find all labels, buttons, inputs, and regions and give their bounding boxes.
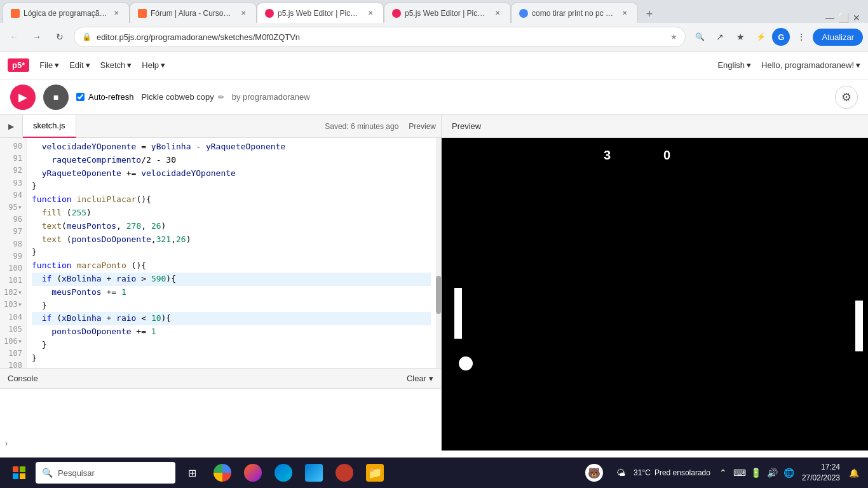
update-button[interactable]: Atualizar xyxy=(813,29,863,46)
tab-favicon-4 xyxy=(392,9,401,18)
share-button[interactable]: ↗ xyxy=(711,28,729,46)
profile-button[interactable]: G xyxy=(772,28,790,46)
taskbar-clock[interactable]: 17:24 27/02/2023 xyxy=(802,462,840,484)
tab-close-5[interactable]: ✕ xyxy=(620,8,630,18)
pong-paddle-right xyxy=(855,301,863,351)
toolbar: ▶ ■ Auto-refresh Pickle cobweb copy ✏ by… xyxy=(0,79,868,115)
tab-close-1[interactable]: ✕ xyxy=(111,8,121,18)
edge-icon xyxy=(275,464,292,482)
pong-paddle-left xyxy=(454,288,462,339)
clock-time: 17:24 xyxy=(802,462,840,473)
browser-actions: 🔍 ↗ ★ ⚡ G ⋮ Atualizar xyxy=(691,28,863,46)
taskbar-task-view[interactable]: ⊞ xyxy=(178,459,206,487)
url-bar[interactable]: 🔒 editor.p5js.org/programadoranew/sketch… xyxy=(74,27,686,47)
chrome-icon xyxy=(214,464,231,482)
code-line-105: } xyxy=(32,299,431,313)
taskbar-pet-icon[interactable]: 🐻 xyxy=(580,459,608,487)
tab-favicon-3 xyxy=(265,9,274,18)
taskbar-chrome[interactable] xyxy=(208,459,236,487)
user-greeting: Hello, programadoranew! xyxy=(761,60,854,70)
preview-panel: Preview 3 0 xyxy=(442,115,868,451)
sketch-edit-icon[interactable]: ✏ xyxy=(218,93,224,102)
close-window-button[interactable]: ✕ xyxy=(853,13,860,23)
tray-expand-icon[interactable]: ⌃ xyxy=(715,465,731,480)
stop-button[interactable]: ■ xyxy=(43,85,69,110)
code-editor[interactable]: 90 91 92 93 94 95▾ 96 97 98 99 100 101 1… xyxy=(0,138,441,368)
reload-button[interactable]: ↻ xyxy=(51,28,69,46)
tab-close-2[interactable]: ✕ xyxy=(238,8,248,18)
firefox-icon xyxy=(244,464,262,482)
collapse-button[interactable]: ▶ xyxy=(0,115,23,138)
url-text: editor.p5js.org/programadoranew/sketches… xyxy=(97,32,665,42)
browser-tab-5[interactable]: como tirar print no pc - Pesq... ✕ xyxy=(511,3,638,23)
taskbar-search-box[interactable]: 🔍 Pesquisar xyxy=(36,462,175,484)
tab-favicon-5 xyxy=(519,9,528,18)
file-menu[interactable]: File ▾ xyxy=(39,60,59,70)
taskbar-files[interactable]: 📁 xyxy=(361,459,389,487)
browser-tab-4[interactable]: p5.js Web Editor | Pickle cob... ✕ xyxy=(384,3,511,23)
play-button[interactable]: ▶ xyxy=(10,85,36,110)
svg-rect-3 xyxy=(20,473,25,479)
auto-refresh-checkbox[interactable] xyxy=(76,93,85,101)
tab-close-4[interactable]: ✕ xyxy=(492,8,503,18)
new-tab-button[interactable]: + xyxy=(641,5,658,23)
tab-label-4: p5.js Web Editor | Pickle cob... xyxy=(405,9,489,18)
taskbar-vpn[interactable] xyxy=(330,459,358,487)
taskbar-firefox[interactable] xyxy=(239,459,267,487)
console-clear-button[interactable]: Clear ▾ xyxy=(407,374,433,383)
sketch-menu[interactable]: Sketch ▾ xyxy=(100,60,132,70)
scroll-thumb[interactable] xyxy=(436,276,441,314)
forward-button[interactable]: → xyxy=(28,28,46,46)
main-area: ▶ sketch.js Saved: 6 minutes ago Preview… xyxy=(0,115,868,451)
tab-label-3: p5.js Web Editor | Pickle cob... xyxy=(278,9,362,18)
user-chevron: ▾ xyxy=(856,60,860,70)
console-body xyxy=(0,389,441,437)
weather-desc: Pred ensolarado xyxy=(654,468,710,477)
bookmark-icon: ★ xyxy=(670,32,677,41)
store-icon xyxy=(305,464,323,482)
weather-icon: 🌤 xyxy=(613,465,628,480)
code-content: velocidadeYOponente = yBolinha - yRaquet… xyxy=(27,138,436,368)
windows-icon xyxy=(11,465,27,480)
keyboard-icon[interactable]: ⌨ xyxy=(732,465,747,480)
battery-icon[interactable]: 🔋 xyxy=(749,465,764,480)
tab-close-3[interactable]: ✕ xyxy=(365,8,376,18)
taskbar-sys: 🐻 🌤 31°C Pred ensolarado ⌃ ⌨ 🔋 🔊 🌐 17:24… xyxy=(580,459,863,487)
browser-tab-1[interactable]: Lógica de programação: con... ✕ xyxy=(3,3,130,23)
file-tab-sketchjs[interactable]: sketch.js xyxy=(23,115,76,138)
volume-icon[interactable]: 🔊 xyxy=(765,465,780,480)
bookmark-button[interactable]: ★ xyxy=(731,28,749,46)
p5-editor: p5* File ▾ Edit ▾ Sketch ▾ Help ▾ Englis… xyxy=(0,51,868,451)
back-button[interactable]: ← xyxy=(5,28,23,46)
notification-button[interactable]: 🔔 xyxy=(845,464,863,482)
minimize-window-button[interactable]: — xyxy=(825,13,834,23)
browser-tab-2[interactable]: Fórum | Alura - Cursos online... ✕ xyxy=(130,3,257,23)
restore-window-button[interactable]: ⬜ xyxy=(838,13,849,23)
browser-tab-3[interactable]: p5.js Web Editor | Pickle cob... ✕ xyxy=(257,3,384,23)
user-menu[interactable]: Hello, programadoranew! ▾ xyxy=(761,60,860,70)
play-icon: ▶ xyxy=(18,90,27,104)
edit-menu-label: Edit xyxy=(69,60,83,70)
code-line-102: function marcaPonto (){ xyxy=(32,259,431,273)
settings-button[interactable]: ⚙ xyxy=(835,86,858,109)
tab-bar: Lógica de programação: con... ✕ Fórum | … xyxy=(0,0,868,23)
taskbar-edge[interactable] xyxy=(269,459,297,487)
more-button[interactable]: ⋮ xyxy=(792,28,810,46)
network-icon[interactable]: 🌐 xyxy=(782,465,797,480)
edit-menu[interactable]: Edit ▾ xyxy=(69,60,90,70)
taskbar-store[interactable] xyxy=(300,459,328,487)
task-view-icon: ⊞ xyxy=(183,464,201,482)
pong-ball xyxy=(459,356,473,370)
google-lens-button[interactable]: 🔍 xyxy=(691,28,709,46)
code-line-91: raqueteComprimento/2 - 30 xyxy=(32,154,431,167)
console-label: Console xyxy=(8,374,38,383)
help-menu[interactable]: Help ▾ xyxy=(142,60,165,70)
language-selector[interactable]: English ▾ xyxy=(717,60,751,70)
start-button[interactable] xyxy=(5,459,33,487)
console-clear-chevron: ▾ xyxy=(429,374,433,383)
console-clear-label: Clear xyxy=(407,374,426,383)
preview-header-label: Preview xyxy=(452,121,481,131)
code-line-107: pontosDoOponente += 1 xyxy=(32,325,431,339)
extensions-button[interactable]: ⚡ xyxy=(752,28,770,46)
auto-refresh-label[interactable]: Auto-refresh xyxy=(76,92,134,102)
